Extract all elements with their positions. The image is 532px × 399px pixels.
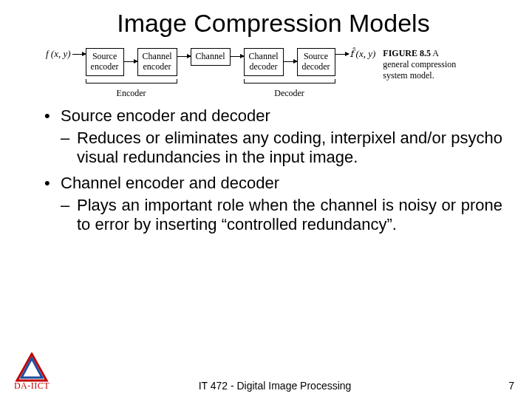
page-number: 7 (492, 380, 514, 392)
arrow-icon (72, 54, 86, 55)
slide-content: Source encoder and decoder Reduces or el… (44, 106, 502, 235)
arrow-icon (177, 56, 191, 57)
course-label: IT 472 - Digital Image Processing (58, 380, 492, 392)
arrow-icon (231, 56, 244, 57)
logo-text: DA-IICT (14, 381, 50, 392)
output-label: f̂ (x, y) (349, 48, 378, 60)
figure-number: FIGURE 8.5 (383, 48, 431, 58)
bullet-source-detail: Reduces or eliminates any coding, interp… (61, 129, 502, 167)
decoder-group-label: Decoder (274, 88, 304, 99)
channel-decoder-box: Channel decoder (244, 48, 284, 76)
triangle-logo-icon (14, 352, 50, 382)
slide-title: Image Compression Models (44, 9, 502, 38)
compression-diagram: f (x, y) Source encoder Channel encoder … (44, 48, 502, 99)
bullet-channel-detail: Plays an important role when the channel… (61, 196, 502, 234)
input-label: f (x, y) (44, 48, 72, 60)
encoder-group-label: Encoder (117, 88, 146, 99)
slide-footer: DA-IICT IT 472 - Digital Image Processin… (0, 352, 532, 392)
arrow-icon (124, 61, 137, 62)
bullet-source: Source encoder and decoder (44, 106, 502, 126)
arrow-icon (335, 54, 349, 55)
arrow-icon (284, 61, 297, 62)
figure-caption: FIGURE 8.5 A general compression system … (377, 48, 458, 81)
institution-logo: DA-IICT (6, 352, 58, 392)
channel-encoder-box: Channel encoder (137, 48, 177, 76)
bullet-channel: Channel encoder and decoder (44, 174, 502, 193)
channel-box: Channel (191, 48, 231, 66)
source-encoder-box: Source encoder (86, 48, 124, 76)
source-decoder-box: Source decoder (297, 48, 335, 76)
